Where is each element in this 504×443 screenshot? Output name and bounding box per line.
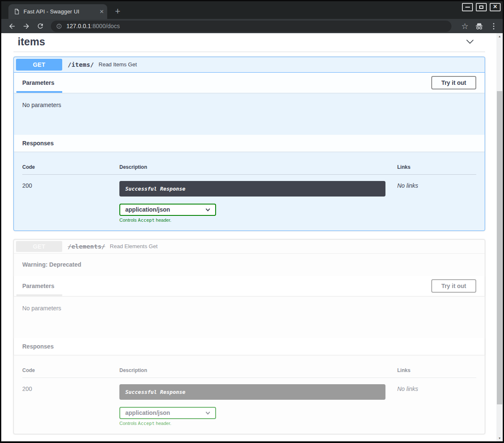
tab-parameters[interactable]: Parameters [22,276,54,296]
tab-close-icon[interactable]: × [100,8,104,15]
media-type-select[interactable]: application/json [119,407,216,419]
forward-button[interactable] [21,21,32,31]
page-favicon-icon [13,8,20,15]
browser-tab[interactable]: Fast API - Swagger UI × [8,4,107,19]
media-type-value: application/json [125,409,170,416]
response-code: 200 [22,384,119,426]
response-row: 200 Successful Response application/json… [22,378,476,426]
address-bar[interactable]: 127.0.0.1:8000/docs [51,21,451,32]
chevron-down-icon [205,207,211,212]
responses-title: Responses [22,343,54,350]
tab-title: Fast API - Swagger UI [24,8,97,15]
endpoint-path: /elements/ [68,243,105,250]
tab-parameters[interactable]: Parameters [22,73,54,93]
info-icon[interactable] [56,23,62,29]
no-parameters-message: No parameters [14,296,485,338]
parameters-header: Parameters Try it out [14,73,485,93]
new-tab-button[interactable]: + [111,5,124,18]
window-controls: × [462,3,501,11]
media-type-value: application/json [125,206,170,213]
responses-header: Responses [14,338,485,355]
kebab-menu-icon [493,23,494,29]
endpoint-summary: Read Elements Get [110,243,157,249]
incognito-icon [474,21,484,31]
col-links: Links [397,367,476,373]
media-type-select[interactable]: application/json [119,204,216,216]
url-path: :8000/docs [91,23,120,29]
close-icon: × [493,3,497,10]
tab-bar: Fast API - Swagger UI × + × [1,1,503,19]
browser-toolbar: 127.0.0.1:8000/docs ☆ [1,19,503,33]
try-it-out-button[interactable]: Try it out [431,76,476,89]
tag-title: items [18,36,45,48]
endpoint-summary: Read Items Get [99,61,137,68]
swagger-ui-content: items GET /items/ Read Items Get Paramet… [1,33,496,441]
window-minimize-button[interactable] [462,3,473,11]
window-close-button[interactable]: × [490,3,501,11]
arrow-left-icon [8,22,16,30]
reload-icon [37,22,44,30]
response-row: 200 Successful Response application/json… [22,175,476,223]
browser-viewport: items GET /items/ Read Items Get Paramet… [1,33,503,441]
chevron-down-icon[interactable] [465,37,475,47]
minimize-icon [465,7,470,8]
response-description-cell: Successful Response application/json Con… [119,384,397,426]
endpoint-path: /items/ [68,61,94,68]
tag-section-header[interactable]: items [13,34,485,52]
response-links: No links [397,181,476,223]
opblock-summary[interactable]: GET /items/ Read Items Get [14,57,485,73]
url-host: 127.0.0.1 [66,23,91,29]
method-badge: GET [16,59,62,71]
no-parameters-message: No parameters [14,93,485,135]
response-description: Successful Response [119,384,385,400]
responses-table-head: Code Description Links [22,159,476,175]
scroll-up-arrow[interactable]: ▲ [496,34,503,39]
arrow-right-icon [22,22,30,30]
accept-header-hint: Controls Accept header. [119,421,397,426]
scroll-down-arrow[interactable]: ▼ [496,435,503,441]
response-description-cell: Successful Response application/json Con… [119,181,397,223]
browser-menu-button[interactable] [488,21,499,31]
window-maximize-button[interactable] [476,3,487,11]
maximize-icon [479,5,483,9]
deprecated-warning: Warning: Deprecated [14,254,485,276]
responses-header: Responses [14,135,485,152]
response-description: Successful Response [119,181,385,197]
responses-table: Code Description Links 200 Successful Re… [14,355,485,434]
bookmark-star-icon[interactable]: ☆ [460,21,470,31]
accept-header-hint: Controls Accept header. [119,218,397,223]
reload-button[interactable] [35,21,46,31]
parameters-header: Parameters Try it out [14,276,485,296]
col-description: Description [119,164,397,170]
chevron-down-icon [205,411,211,415]
page-scrollbar[interactable]: ▲ ▼ [496,33,503,441]
scrollbar-thumb[interactable] [497,91,502,404]
opblock-summary[interactable]: GET /elements/ Read Elements Get [14,240,485,254]
responses-title: Responses [22,140,54,147]
opblock-get-elements-deprecated: GET /elements/ Read Elements Get Warning… [13,239,485,434]
responses-table: Code Description Links 200 Successful Re… [14,152,485,231]
method-badge: GET [16,241,62,252]
browser-window: Fast API - Swagger UI × + × 127.0.0.1:80… [0,0,504,443]
response-code: 200 [22,181,119,223]
col-code: Code [22,164,119,170]
col-code: Code [22,367,119,373]
opblock-get-items: GET /items/ Read Items Get Parameters Tr… [13,57,485,231]
try-it-out-button[interactable]: Try it out [431,279,476,293]
back-button[interactable] [6,21,17,31]
col-links: Links [397,164,476,170]
response-links: No links [397,384,476,426]
col-description: Description [119,367,397,373]
responses-table-head: Code Description Links [22,362,476,378]
